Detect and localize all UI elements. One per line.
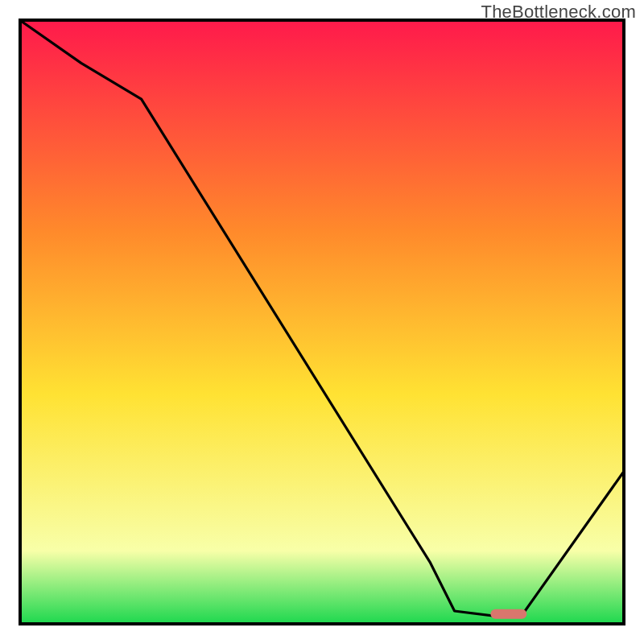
chart-container: { "watermark": "TheBottleneck.com", "cha… — [0, 0, 644, 644]
optimal-range-marker — [490, 609, 526, 619]
watermark-text: TheBottleneck.com — [481, 2, 636, 23]
heat-gradient-background — [21, 21, 623, 623]
bottleneck-chart — [0, 0, 644, 644]
